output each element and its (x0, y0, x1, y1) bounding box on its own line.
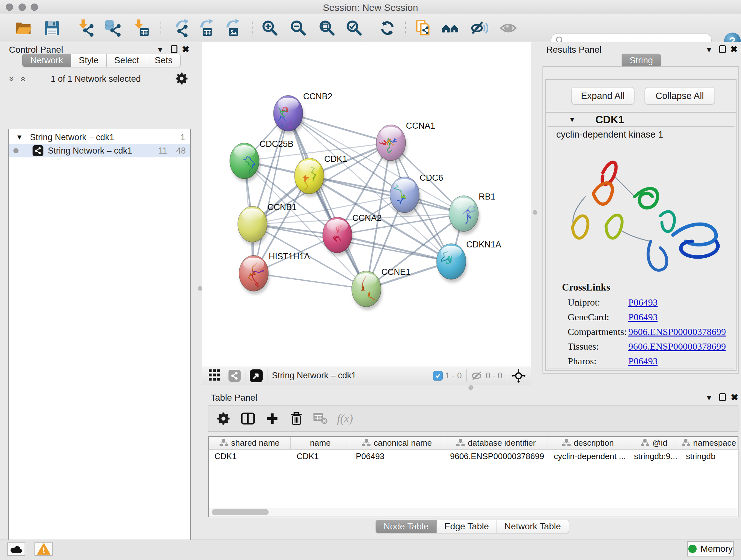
column-header-namespace[interactable]: namespace (680, 437, 738, 449)
save-session-button[interactable] (43, 18, 61, 38)
table-cell[interactable]: 9606.ENSP00000378699 (444, 449, 548, 463)
open-session-button[interactable] (14, 18, 33, 38)
table-cell[interactable]: P06493 (350, 449, 444, 463)
create-column-button[interactable] (260, 408, 284, 430)
network-badge-button[interactable] (228, 370, 241, 382)
control-panel-float-icon[interactable] (171, 45, 178, 53)
column-header-description[interactable]: description (548, 437, 628, 449)
network-node-HIST1H1A[interactable]: HIST1H1A (239, 252, 310, 294)
hidden-items-eye-icon[interactable] (471, 371, 483, 381)
grid-icon (209, 369, 220, 381)
table-options-gear-button[interactable] (212, 408, 236, 430)
column-header-shared-name[interactable]: shared name (209, 437, 291, 449)
zoom-selected-button[interactable] (345, 18, 363, 38)
delete-table-button[interactable] (309, 408, 333, 430)
table-row[interactable]: CDK1CDK1P064939606.ENSP00000378699cyclin… (209, 449, 738, 463)
table-panel-menu-caret-icon[interactable]: ▼ (705, 393, 713, 402)
tab-network-table[interactable]: Network Table (497, 520, 569, 533)
column-header-name[interactable]: name (291, 437, 350, 449)
network-row-selected[interactable]: String Network – cdk1 11 48 (9, 144, 190, 158)
warning-status-button[interactable] (35, 543, 53, 556)
string-network-graph[interactable]: CCNB2CCNA1CDC25BCDK1CDC6RB1CCNB1CCNA2CDK… (202, 42, 531, 366)
table-cell[interactable]: stringdb (680, 449, 738, 463)
collection-expand-caret-icon[interactable]: ▼ (16, 133, 23, 141)
crosslink-link[interactable]: P06493 (628, 312, 658, 322)
left-splitter-handle[interactable] (198, 286, 202, 291)
crosslink-link[interactable]: P06493 (628, 356, 658, 367)
expand-all-networks-button[interactable]: « (21, 74, 26, 84)
collapse-all-button[interactable]: Collapse All (645, 87, 715, 105)
tab-node-table[interactable]: Node Table (376, 520, 436, 533)
control-panel-close-icon[interactable]: ✖ (182, 44, 189, 55)
string-documents-button[interactable] (414, 18, 433, 38)
export-network-button[interactable] (172, 18, 190, 38)
network-node-CCNE1[interactable]: CCNE1 (352, 267, 411, 310)
table-cell[interactable]: CDK1 (209, 449, 291, 463)
expand-all-button[interactable]: Expand All (571, 87, 634, 105)
network-node-CCNB1[interactable]: CCNB1 (238, 202, 297, 245)
table-cell[interactable]: cyclin-dependent ... (548, 449, 628, 463)
table-panel-float-icon[interactable] (719, 393, 726, 401)
network-node-RB1[interactable]: RB1 (449, 192, 495, 235)
zoom-out-button[interactable] (289, 18, 308, 38)
network-node-CDC25B[interactable]: CDC25B (230, 139, 293, 182)
network-node-CDC6[interactable]: CDC6 (390, 173, 443, 216)
tab-network[interactable]: Network (22, 54, 71, 67)
crosslink-link[interactable]: P06493 (628, 297, 658, 308)
zoom-fit-button[interactable] (318, 18, 336, 38)
memory-button[interactable]: Memory (687, 541, 734, 557)
hide-selected-button[interactable] (470, 18, 489, 38)
network-node-CDKN1A[interactable]: CDKN1A (436, 240, 501, 283)
network-collection-row[interactable]: ▼ String Network – cdk1 1 (9, 131, 190, 144)
network-node-CCNB2[interactable]: CCNB2 (273, 91, 333, 138)
zoom-in-button[interactable] (261, 18, 279, 38)
import-network-from-database-button[interactable] (104, 18, 122, 38)
tab-sets[interactable]: Sets (147, 54, 181, 67)
results-panel-close-icon[interactable]: ✖ (730, 44, 738, 55)
selected-items-checkbox-icon[interactable] (433, 371, 443, 381)
eye-hide-icon (471, 19, 488, 37)
tab-style[interactable]: Style (71, 54, 107, 67)
crosslink-link[interactable]: 9606.ENSP00000378699 (628, 326, 726, 337)
refresh-network-button[interactable] (378, 18, 397, 38)
right-splitter-handle[interactable] (533, 210, 537, 214)
collapse-all-networks-button[interactable]: » (10, 74, 15, 84)
network-edge-HIST1H1A-CCNE1[interactable] (254, 273, 366, 289)
table-header-row: shared namenamecanonical namedatabase id… (209, 437, 738, 449)
string-home-button[interactable] (441, 18, 460, 38)
export-table-button[interactable] (196, 18, 215, 38)
results-panel-float-icon[interactable] (719, 45, 726, 53)
tab-edge-table[interactable]: Edge Table (436, 520, 497, 533)
network-options-gear-button[interactable] (176, 72, 188, 86)
table-cell[interactable]: stringdb:9... (628, 449, 680, 463)
delete-column-button[interactable] (284, 408, 309, 430)
node-section-header[interactable]: ▼ CDK1 (546, 113, 736, 126)
network-edge-CCNB2-HIST1H1A[interactable] (254, 113, 288, 273)
grid-mode-button[interactable] (209, 369, 220, 382)
show-columns-button[interactable] (236, 408, 260, 430)
crosslink-link[interactable]: 9606.ENSP00000378699 (628, 341, 726, 352)
tab-string[interactable]: String (622, 54, 661, 67)
export-image-button[interactable] (222, 18, 241, 38)
table-cell[interactable]: CDK1 (291, 449, 350, 463)
network-edge-CCNA2-CDKN1A[interactable] (337, 235, 451, 261)
show-graphics-details-button[interactable] (499, 18, 518, 38)
function-builder-button[interactable]: f(x) (333, 408, 357, 430)
import-network-from-file-button[interactable] (76, 18, 95, 38)
column-header-database-identifier[interactable]: database identifier (444, 437, 548, 449)
detach-view-button[interactable] (250, 369, 263, 382)
tab-select[interactable]: Select (107, 54, 147, 67)
control-panel-menu-caret-icon[interactable]: ▼ (156, 45, 164, 54)
network-view-canvas[interactable]: CCNB2CCNA1CDC25BCDK1CDC6RB1CCNB1CCNA2CDK… (202, 42, 531, 366)
column-header-canonical-name[interactable]: canonical name (350, 437, 444, 449)
scrollbar-thumb[interactable] (212, 509, 269, 515)
cloud-status-button[interactable] (7, 543, 25, 556)
table-horizontal-scrollbar[interactable] (209, 508, 737, 516)
network-edge-CCNB2-CCNE1[interactable] (288, 113, 366, 289)
import-table-from-file-button[interactable] (132, 18, 150, 38)
results-panel-menu-caret-icon[interactable]: ▼ (705, 45, 713, 54)
horizontal-splitter-handle[interactable] (468, 385, 473, 390)
birdseye-crosshair-icon[interactable] (512, 369, 526, 383)
column-header--id[interactable]: @id (628, 437, 680, 449)
table-panel-close-icon[interactable]: ✖ (731, 392, 738, 402)
